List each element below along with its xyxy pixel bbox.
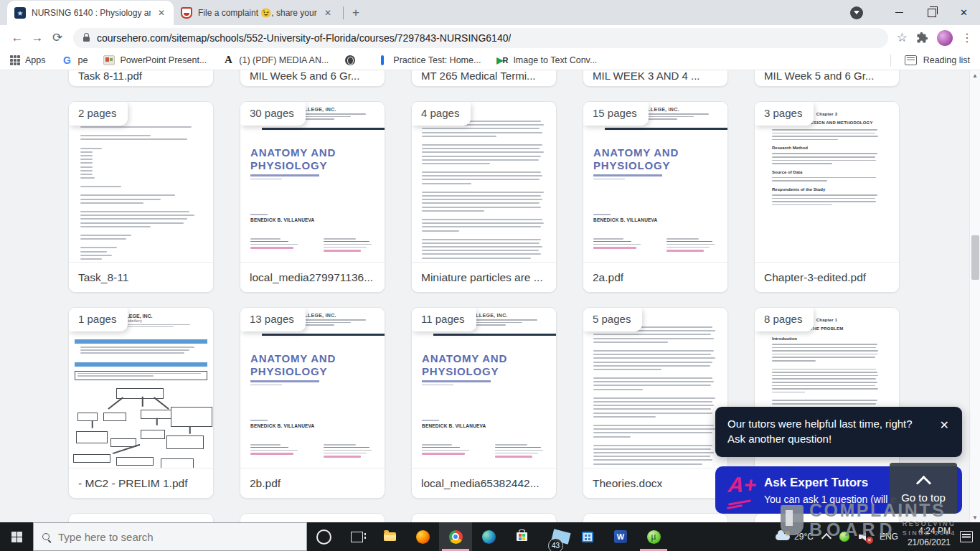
go-to-top-button[interactable]: Go to top	[890, 463, 957, 514]
document-card[interactable]: 2 pagesTask_8-11	[68, 101, 214, 293]
document-card-partial[interactable]: MIL Week 5 and 6 Gr...	[240, 70, 385, 87]
page-count-badge: 3 pages	[755, 102, 814, 126]
document-card-partial[interactable]	[411, 513, 557, 522]
edge-button[interactable]	[472, 522, 505, 551]
close-icon[interactable]: ✕	[937, 417, 952, 457]
firefox-button[interactable]	[406, 522, 439, 551]
document-card-partial[interactable]	[240, 513, 385, 522]
url-text[interactable]: coursehero.com/sitemap/schools/552-Unive…	[97, 32, 511, 44]
reading-list-button[interactable]: Reading list	[923, 55, 970, 65]
address-bar[interactable]: coursehero.com/sitemap/schools/552-Unive…	[73, 28, 888, 48]
maximize-button[interactable]	[915, 0, 948, 25]
bookmark-item-image-to-text[interactable]: ▶R Image to Text Conv...	[496, 55, 597, 66]
document-card[interactable]: 11 pagesLING COLLEGE, INC.ANATOMY ANDPHY…	[411, 307, 557, 499]
page-count-badge: 2 pages	[69, 102, 128, 126]
tray-overflow-icon[interactable]	[821, 532, 831, 542]
page-scrollbar[interactable]: ▲ ▼	[969, 70, 980, 522]
utorrent-button[interactable]: µ	[637, 522, 670, 551]
reload-button[interactable]: ⟳	[47, 28, 67, 48]
document-card-partial[interactable]	[583, 513, 728, 522]
reading-list-icon	[905, 55, 917, 65]
tab-title: File a complaint 😉, share your e	[198, 8, 317, 18]
flowchart-node	[77, 413, 98, 421]
document-card[interactable]: 5 pagesTheories.docx	[583, 307, 728, 499]
taskbar-search[interactable]	[33, 522, 307, 551]
document-card-partial[interactable]: MIL WEEK 3 AND 4 ...	[583, 70, 728, 87]
tab-coursehero[interactable]: ★ NURSING 6140 : Physiology and ✕	[7, 1, 174, 25]
tab-strip: ★ NURSING 6140 : Physiology and ✕ File a…	[0, 0, 365, 25]
document-card-partial[interactable]: MIL Week 5 and 6 Gr...	[754, 70, 900, 87]
google-icon: G	[62, 55, 73, 66]
calendar-button[interactable]	[571, 522, 604, 551]
scrollbar-thumb[interactable]	[971, 235, 979, 280]
document-card[interactable]: 30 pagesLING COLLEGE, INC.ANATOMY ANDPHY…	[240, 101, 385, 293]
minimize-button[interactable]	[883, 0, 915, 25]
document-card[interactable]: 3 pagesChapter 3RESEARCH DESIGN AND METH…	[754, 101, 900, 293]
back-button[interactable]: ←	[7, 28, 27, 48]
bookmark-item-practice-test[interactable]: Practice Test: Home...	[377, 55, 481, 66]
profile-avatar[interactable]	[937, 30, 953, 46]
browser-menu-icon[interactable]: ⋮	[961, 31, 973, 44]
start-button[interactable]	[0, 522, 33, 551]
document-title: 2a.pdf	[583, 262, 727, 292]
page-count-badge: 11 pages	[412, 308, 476, 331]
document-row-partial: Task 8-11.pdfMIL Week 5 and 6 Gr...MT 26…	[0, 70, 900, 87]
bookmark-star-icon[interactable]: ☆	[897, 30, 908, 45]
volume-muted-icon[interactable]: ✕	[859, 532, 870, 542]
language-indicator[interactable]: ENG	[880, 532, 898, 542]
bookmark-item-pe[interactable]: G pe	[62, 55, 88, 66]
document-card[interactable]: 4 pagesMiniature particles are ...	[411, 101, 557, 293]
document-card[interactable]: 15 pagesLING COLLEGE, INC.ANATOMY ANDPHY…	[583, 101, 728, 293]
flowchart-node	[103, 413, 126, 421]
temperature: 29°C	[794, 532, 814, 542]
search-input[interactable]	[57, 530, 298, 544]
document-card-partial[interactable]: Task 8-11.pdf	[68, 70, 214, 87]
action-center-icon[interactable]	[960, 531, 973, 542]
clock[interactable]: 4:24 PM 21/06/2021	[908, 525, 951, 548]
document-card[interactable]: 1 pagesHULING COLLEGE, INC.of Nursing an…	[68, 307, 214, 499]
mail-button[interactable]: 43	[538, 522, 571, 551]
cortana-button[interactable]	[307, 522, 340, 551]
windows-logo-icon	[11, 532, 22, 542]
store-icon	[517, 532, 527, 541]
document-card-partial[interactable]	[68, 513, 214, 522]
new-tab-button[interactable]: +	[347, 4, 365, 22]
utorrent-icon: µ	[647, 530, 661, 544]
extensions-puzzle-icon[interactable]	[916, 32, 928, 44]
bookmark-item-media[interactable]: A (1) (PDF) MEDIA AN...	[222, 55, 329, 66]
document-title: local_media65382442...	[412, 468, 556, 498]
bookmark-item-powerpoint[interactable]: PowerPoint Present...	[103, 55, 207, 66]
toast-text: Our tutors were helpful last time, right…	[727, 417, 927, 457]
close-window-button[interactable]: ✕	[948, 0, 980, 25]
bookmark-item-globe[interactable]	[344, 55, 361, 66]
system-tray: 29°C ✕ ENG 4:24 PM 21/06/2021	[776, 522, 980, 551]
chrome-update-icon[interactable]	[850, 6, 863, 19]
scroll-up-icon[interactable]: ▲	[972, 70, 978, 80]
chrome-button[interactable]	[439, 522, 472, 551]
thumb-doc-title: ANATOMY ANDPHYSIOLOGY	[422, 352, 507, 378]
close-icon[interactable]: ✕	[323, 6, 333, 19]
word-button[interactable]: W	[604, 522, 637, 551]
page-count-badge: 8 pages	[755, 308, 814, 331]
document-card[interactable]: 13 pagesLING COLLEGE, INC.ANATOMY ANDPHY…	[240, 307, 385, 499]
tab-complaintsboard[interactable]: File a complaint 😉, share your e ✕	[174, 1, 340, 25]
forward-button[interactable]: →	[27, 28, 47, 48]
apps-shortcut[interactable]: Apps	[10, 55, 46, 65]
close-icon[interactable]: ✕	[156, 6, 166, 19]
scroll-down-icon[interactable]: ▼	[972, 512, 978, 522]
apps-grid-icon	[10, 55, 20, 65]
weather-widget[interactable]: 29°C	[776, 532, 814, 542]
thumb-doc-title: ANATOMY ANDPHYSIOLOGY	[250, 146, 336, 172]
page-count-badge: 13 pages	[240, 308, 306, 331]
task-view-button[interactable]	[340, 522, 373, 551]
banner-title: Ask Expert Tutors	[764, 476, 896, 490]
document-card-partial[interactable]	[754, 513, 900, 522]
file-explorer-button[interactable]	[373, 522, 406, 551]
store-button[interactable]	[505, 522, 538, 551]
thumb-doc-title: ANATOMY ANDPHYSIOLOGY	[593, 146, 679, 172]
bookmarks-bar: Apps G pe PowerPoint Present... A (1) (P…	[0, 50, 980, 70]
utorrent-tray-icon[interactable]	[839, 532, 849, 542]
document-card-partial[interactable]: MT 265 Medical Termi...	[411, 70, 557, 87]
chevron-up-icon	[915, 475, 930, 490]
document-title: Chapter-3-edited.pdf	[755, 262, 899, 292]
